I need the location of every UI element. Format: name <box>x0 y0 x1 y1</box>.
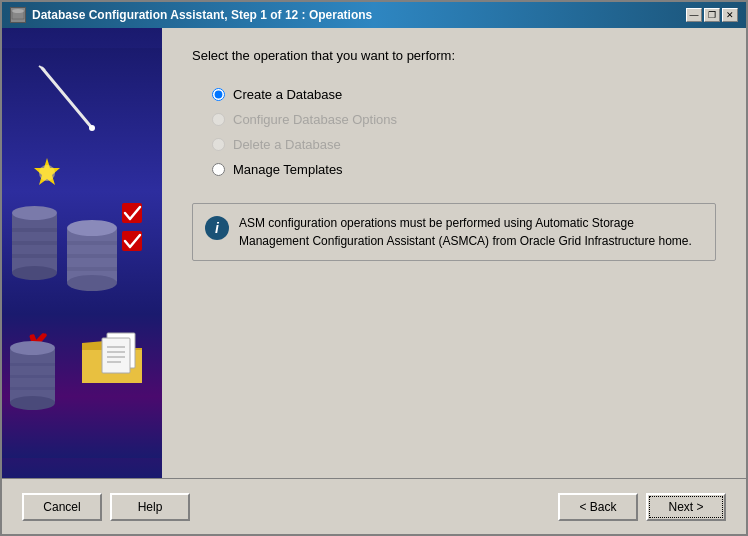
info-box: i ASM configuration operations must be p… <box>192 203 716 261</box>
minimize-button[interactable]: — <box>686 8 702 22</box>
options-panel: Select the operation that you want to pe… <box>162 28 746 478</box>
decorative-panel: ✗ <box>2 28 162 478</box>
radio-manage[interactable] <box>212 163 225 176</box>
option-create-label: Create a Database <box>233 87 342 102</box>
cancel-button[interactable]: Cancel <box>22 493 102 521</box>
titlebar: Database Configuration Assistant, Step 1… <box>2 2 746 28</box>
option-manage-label: Manage Templates <box>233 162 343 177</box>
svg-point-7 <box>39 165 55 181</box>
footer-right-buttons: < Back Next > <box>558 493 726 521</box>
svg-point-31 <box>10 396 55 410</box>
info-message: ASM configuration operations must be per… <box>239 214 703 250</box>
svg-rect-24 <box>102 338 130 373</box>
svg-point-15 <box>67 220 117 236</box>
main-window: Database Configuration Assistant, Step 1… <box>0 0 748 536</box>
main-content: ✗ <box>2 28 746 478</box>
restore-button[interactable]: ❐ <box>704 8 720 22</box>
footer: Cancel Help < Back Next > <box>2 478 746 534</box>
window-title: Database Configuration Assistant, Step 1… <box>32 8 372 22</box>
svg-point-30 <box>10 341 55 355</box>
option-configure[interactable]: Configure Database Options <box>212 112 716 127</box>
option-delete-label: Delete a Database <box>233 137 341 152</box>
close-button[interactable]: ✕ <box>722 8 738 22</box>
svg-rect-17 <box>67 241 117 245</box>
option-create[interactable]: Create a Database <box>212 87 716 102</box>
footer-left-buttons: Cancel Help <box>22 493 190 521</box>
svg-point-10 <box>12 266 57 280</box>
radio-group: Create a Database Configure Database Opt… <box>212 87 716 177</box>
info-icon: i <box>205 216 229 240</box>
svg-point-9 <box>12 206 57 220</box>
svg-rect-33 <box>10 375 55 378</box>
radio-configure[interactable] <box>212 113 225 126</box>
back-button[interactable]: < Back <box>558 493 638 521</box>
svg-rect-19 <box>67 267 117 271</box>
svg-rect-12 <box>12 241 57 245</box>
help-button[interactable]: Help <box>110 493 190 521</box>
next-button[interactable]: Next > <box>646 493 726 521</box>
radio-create[interactable] <box>212 88 225 101</box>
option-manage[interactable]: Manage Templates <box>212 162 716 177</box>
option-delete[interactable]: Delete a Database <box>212 137 716 152</box>
svg-point-1 <box>12 9 24 13</box>
svg-point-16 <box>67 275 117 291</box>
svg-rect-34 <box>10 387 55 390</box>
svg-point-5 <box>89 125 95 131</box>
option-configure-label: Configure Database Options <box>233 112 397 127</box>
radio-delete[interactable] <box>212 138 225 151</box>
app-icon <box>10 7 26 23</box>
titlebar-left: Database Configuration Assistant, Step 1… <box>10 7 372 23</box>
prompt-text: Select the operation that you want to pe… <box>192 48 716 63</box>
svg-rect-32 <box>10 363 55 366</box>
svg-rect-18 <box>67 254 117 258</box>
svg-rect-13 <box>12 254 57 258</box>
svg-rect-11 <box>12 228 57 232</box>
titlebar-buttons: — ❐ ✕ <box>686 8 738 22</box>
